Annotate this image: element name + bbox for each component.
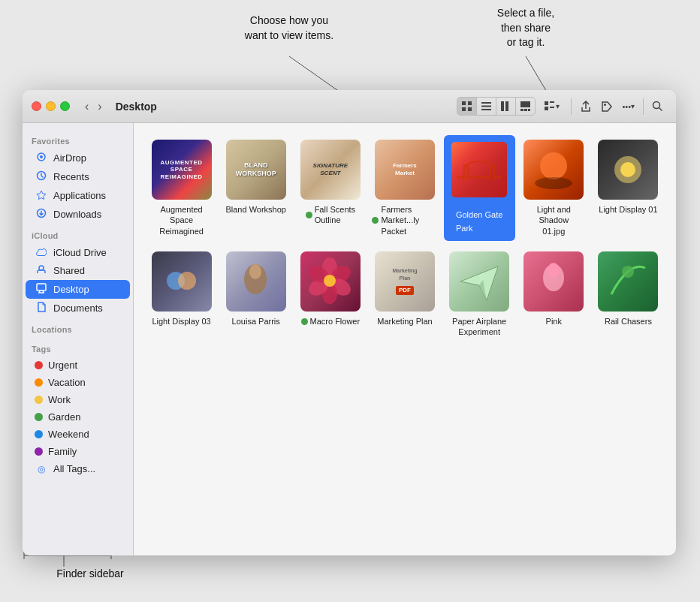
svg-rect-12: [481, 109, 491, 110]
file-name-light-display-03: Light Display 03: [152, 316, 210, 327]
svg-rect-22: [550, 107, 554, 108]
close-button[interactable]: [32, 101, 41, 111]
toolbar-separator-1: [571, 98, 572, 115]
work-label: Work: [48, 394, 71, 405]
svg-rect-17: [524, 109, 527, 111]
sidebar-item-applications[interactable]: Applications: [26, 186, 130, 205]
file-item-light-shadow[interactable]: Light and Shadow01.jpg: [518, 135, 590, 241]
view-column-button[interactable]: [496, 98, 516, 115]
svg-rect-15: [520, 101, 530, 107]
file-item-farmers[interactable]: FarmersMarket FarmersMarket...ly Packet: [369, 135, 440, 241]
svg-point-30: [39, 266, 44, 270]
sidebar-item-downloads[interactable]: Downloads: [26, 205, 130, 224]
back-button[interactable]: ‹: [82, 98, 92, 115]
sidebar-item-shared[interactable]: Shared: [26, 261, 130, 280]
documents-icon: [35, 302, 48, 315]
file-item-augmented[interactable]: AUGMENTEDSPACEREIMAGINED AugmentedSpace …: [146, 135, 217, 241]
file-item-light-display-01[interactable]: Light Display 01: [593, 135, 664, 241]
svg-rect-31: [37, 284, 46, 290]
urgent-dot: [35, 361, 43, 369]
desktop-label: Desktop: [53, 284, 89, 295]
forward-button[interactable]: ›: [95, 98, 104, 115]
file-item-rail-chasers[interactable]: Rail Chasers: [593, 247, 664, 342]
file-item-louisa-parris[interactable]: Louisa Parris: [220, 247, 291, 342]
view-gallery-button[interactable]: [516, 98, 535, 115]
view-icon-button[interactable]: [457, 98, 477, 115]
sidebar-tag-urgent[interactable]: Urgent: [26, 357, 130, 374]
file-thumb-rail-chasers: [598, 251, 658, 312]
file-item-marketing-plan[interactable]: Marketing Plan PDF Marketing Plan: [369, 247, 440, 342]
garden-dot: [35, 413, 43, 421]
svg-rect-10: [481, 102, 491, 104]
file-item-paper-airplane[interactable]: Paper AirplaneExperiment: [444, 247, 515, 342]
sidebar-item-icloud-drive[interactable]: iCloud Drive: [26, 243, 130, 261]
file-thumb-fall-scents: SIGNATURESCENT: [300, 140, 361, 200]
file-item-golden-gate[interactable]: Golden GatePark: [444, 135, 515, 241]
view-mode-group: [457, 97, 536, 116]
svg-rect-7: [468, 101, 472, 105]
svg-point-51: [324, 275, 336, 287]
file-area: AUGMENTEDSPACEREIMAGINED AugmentedSpace …: [134, 123, 676, 555]
sidebar-tag-family[interactable]: Family: [26, 443, 130, 460]
sidebar-tag-all[interactable]: ◎ All Tags...: [26, 460, 130, 477]
file-name-louisa-parris: Louisa Parris: [232, 316, 280, 327]
svg-line-25: [659, 108, 662, 111]
sidebar-tag-vacation[interactable]: Vacation: [26, 374, 130, 391]
more-button[interactable]: ••• ▾: [618, 99, 638, 114]
file-thumb-paper-airplane: [449, 251, 509, 312]
file-thumb-pink: [523, 251, 584, 312]
search-button[interactable]: [648, 98, 667, 115]
sidebar-tag-garden[interactable]: Garden: [26, 408, 130, 426]
tags-section-label: Tags: [23, 337, 133, 357]
file-thumb-golden-gate: [449, 140, 509, 200]
file-name-light-shadow: Light and Shadow01.jpg: [521, 204, 587, 236]
file-item-light-display-03[interactable]: Light Display 03: [146, 247, 217, 342]
minimize-button[interactable]: [46, 101, 56, 111]
sidebar-item-documents[interactable]: Documents: [26, 299, 130, 318]
all-tags-icon: ◎: [35, 464, 48, 474]
file-thumb-louisa: [226, 251, 286, 312]
svg-point-23: [604, 104, 606, 106]
main-area: Favorites AirDrop Recents Applications: [23, 123, 676, 555]
file-name-rail-chasers: Rail Chasers: [605, 316, 652, 327]
tag-button[interactable]: [597, 98, 617, 116]
sidebar-item-desktop[interactable]: Desktop: [26, 280, 130, 299]
file-thumb-augmented: AUGMENTEDSPACEREIMAGINED: [152, 140, 212, 200]
file-thumb-bland: BLANDWORKSHOP: [226, 140, 286, 200]
file-item-pink[interactable]: Pink: [518, 247, 590, 342]
work-dot: [35, 396, 43, 404]
maximize-button[interactable]: [60, 101, 70, 111]
sidebar-tag-weekend[interactable]: Weekend: [26, 426, 130, 443]
file-item-macro-flower[interactable]: Macro Flower: [294, 247, 366, 342]
file-name-farmers: FarmersMarket...ly Packet: [372, 204, 437, 236]
file-name-macro-flower: Macro Flower: [301, 316, 361, 327]
icloud-drive-icon: [35, 246, 48, 258]
svg-point-40: [620, 162, 635, 177]
svg-rect-13: [501, 101, 504, 111]
toolbar-separator-2: [643, 98, 644, 115]
file-item-bland-workshop[interactable]: BLANDWORKSHOP Bland Workshop: [220, 135, 291, 241]
sidebar-item-airdrop[interactable]: AirDrop: [26, 149, 130, 167]
airdrop-label: AirDrop: [53, 152, 86, 164]
file-item-fall-scents[interactable]: SIGNATURESCENT Fall ScentsOutline: [294, 135, 366, 241]
svg-rect-8: [462, 107, 466, 111]
favorites-section-label: Favorites: [23, 129, 133, 149]
svg-rect-6: [462, 101, 466, 105]
view-list-button[interactable]: [477, 98, 496, 115]
svg-rect-16: [520, 109, 523, 111]
svg-point-54: [622, 266, 634, 278]
group-by-button[interactable]: ▾: [540, 98, 563, 115]
file-name-light-display-01: Light Display 01: [599, 204, 657, 215]
garden-label: Garden: [48, 411, 80, 423]
fall-scents-dot: [306, 212, 312, 218]
icloud-drive-label: iCloud Drive: [53, 247, 107, 258]
sidebar-tag-work[interactable]: Work: [26, 391, 130, 408]
nav-buttons: ‹ ›: [82, 98, 105, 115]
svg-point-38: [535, 177, 572, 189]
family-label: Family: [48, 446, 77, 457]
callout-share-tag: Select a file,then shareor tag it.: [462, 6, 590, 50]
sidebar-item-recents[interactable]: Recents: [26, 167, 130, 186]
share-button[interactable]: [576, 98, 596, 116]
svg-rect-9: [468, 107, 472, 111]
icloud-section-label: iCloud: [23, 224, 133, 243]
